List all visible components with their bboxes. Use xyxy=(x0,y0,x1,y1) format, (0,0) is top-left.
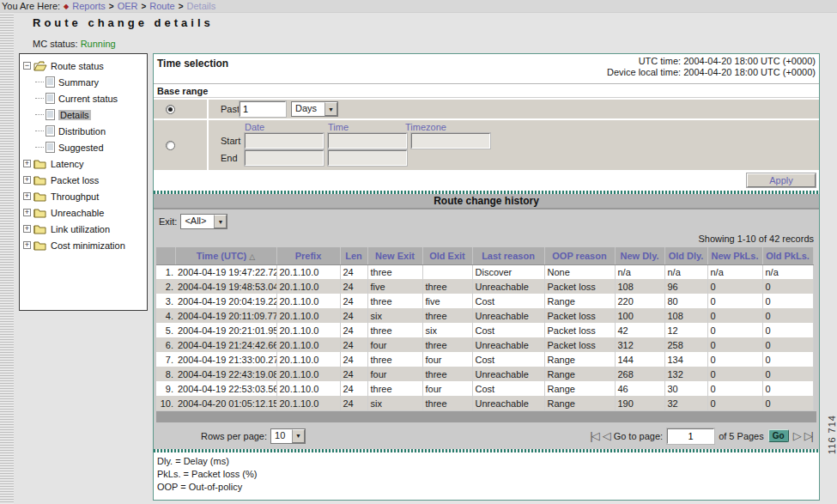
cell-new-dly: 312 xyxy=(615,337,664,352)
sidebar-tree: −Route statusSummaryCurrent statusDetail… xyxy=(19,53,148,311)
first-page-icon[interactable]: |◁ xyxy=(590,429,597,442)
column-header-time-utc[interactable]: Time (UTC)△ xyxy=(175,247,276,264)
expand-toggle-icon[interactable]: + xyxy=(23,176,31,184)
cell-old-exit: three xyxy=(422,308,472,323)
column-header-old-dly[interactable]: Old Dly. xyxy=(664,247,707,264)
chevron-down-icon[interactable]: ▼ xyxy=(292,429,305,443)
end-time-input[interactable] xyxy=(328,150,407,166)
table-row: 3.2004-04-19 20:04:19.22320.1.10.024thre… xyxy=(156,294,813,308)
cell-last-reason: Unreachable xyxy=(472,396,544,410)
absolute-range-radio[interactable] xyxy=(166,141,175,150)
exit-dropdown[interactable]: <All> ▼ xyxy=(180,214,227,229)
breadcrumb-link-route[interactable]: Route xyxy=(149,1,174,11)
go-button[interactable]: Go xyxy=(768,429,789,442)
folder-icon xyxy=(33,191,47,202)
sidebar-item-throughput[interactable]: +Throughput xyxy=(21,188,145,204)
column-header-new-exit[interactable]: New Exit xyxy=(367,247,422,264)
cell-old-pkls: 0 xyxy=(762,279,813,294)
expand-toggle-icon[interactable]: + xyxy=(23,225,31,233)
rows-per-page-dropdown[interactable]: 10 ▼ xyxy=(270,428,306,444)
timezone-column-label: Timezone xyxy=(405,122,446,132)
cell-new-exit: three xyxy=(367,294,422,308)
sidebar-item-current-status[interactable]: Current status xyxy=(21,90,145,106)
table-row: 6.2004-04-19 21:24:42.6620.1.10.024fourt… xyxy=(156,337,813,352)
cell-old-dly: 80 xyxy=(664,294,707,308)
column-header-len[interactable]: Len xyxy=(340,247,367,264)
sidebar-item-latency[interactable]: +Latency xyxy=(21,155,145,172)
table-row: 2.2004-04-19 19:48:53.0420.1.10.024fivet… xyxy=(156,279,813,294)
breadcrumb-prefix: You Are Here: xyxy=(2,1,60,11)
sidebar-item-link-utilization[interactable]: +Link utilization xyxy=(21,221,145,237)
cell-new-exit: six xyxy=(367,308,422,323)
cell-oop-reason: None xyxy=(544,264,615,279)
expand-toggle-icon[interactable]: + xyxy=(23,160,31,167)
cell-len: 24 xyxy=(340,352,367,367)
cell-len: 24 xyxy=(340,367,367,381)
column-header-old-exit[interactable]: Old Exit xyxy=(422,247,472,264)
column-header-oop-reason[interactable]: OOP reason xyxy=(544,247,615,264)
sidebar-item-cost-minimization[interactable]: +Cost minimization xyxy=(21,237,145,253)
past-value-input[interactable] xyxy=(240,101,286,117)
cell-prefix: 20.1.10.0 xyxy=(276,352,340,367)
date-column-label: Date xyxy=(245,122,328,132)
expand-toggle-icon[interactable]: + xyxy=(23,241,31,249)
absolute-radio-cell xyxy=(154,120,207,170)
breadcrumb-link-details[interactable]: Details xyxy=(187,1,216,11)
breadcrumb-link-oer[interactable]: OER xyxy=(118,1,138,11)
sidebar-item-distribution[interactable]: Distribution xyxy=(21,123,145,139)
cell-old-exit: three xyxy=(422,337,472,352)
collapse-toggle-icon[interactable]: − xyxy=(23,62,31,70)
sort-ascending-icon[interactable]: △ xyxy=(249,252,255,261)
sidebar-item-route-status[interactable]: −Route status xyxy=(21,58,145,74)
start-time-input[interactable] xyxy=(328,133,407,149)
cell-last-reason: Unreachable xyxy=(472,279,544,294)
column-header-prefix[interactable]: Prefix xyxy=(276,247,340,264)
document-icon xyxy=(45,109,55,120)
sidebar-item-unreachable[interactable]: +Unreachable xyxy=(21,204,145,221)
rows-per-page-label: Rows per page: xyxy=(201,431,267,441)
cell-new-exit: three xyxy=(367,323,422,337)
goto-page-input[interactable] xyxy=(667,428,714,444)
sidebar-item-suggested[interactable]: Suggested xyxy=(21,139,145,155)
column-header-new-dly[interactable]: New Dly. xyxy=(615,247,664,264)
column-header-old-pkls[interactable]: Old PkLs. xyxy=(762,247,813,264)
start-date-input[interactable] xyxy=(245,133,324,149)
end-date-input[interactable] xyxy=(245,150,324,166)
sidebar-item-label: Summary xyxy=(58,77,99,88)
cell-old-dly: 96 xyxy=(664,279,707,294)
sidebar-item-summary[interactable]: Summary xyxy=(21,74,145,90)
start-timezone-input[interactable] xyxy=(411,133,490,149)
breadcrumb-items: Reports>OER>Route>Details xyxy=(72,1,215,11)
figure-number: 116 714 xyxy=(827,409,837,460)
cell-prefix: 20.1.10.0 xyxy=(276,294,340,308)
last-page-icon[interactable]: ▷| xyxy=(804,429,812,442)
tree-connector xyxy=(35,114,44,115)
sidebar-item-label: Suggested xyxy=(58,143,104,153)
tree-connector xyxy=(35,82,44,82)
cell-oop-reason: Range xyxy=(544,396,615,410)
apply-button[interactable]: Apply xyxy=(747,173,816,187)
cell-new-dly: 46 xyxy=(615,381,664,396)
cell-last-reason: Unreachable xyxy=(472,308,544,323)
chevron-down-icon[interactable]: ▼ xyxy=(214,215,227,228)
cell-old-pkls: n/a xyxy=(762,264,813,279)
expand-toggle-icon[interactable]: + xyxy=(23,209,31,216)
past-unit-dropdown[interactable]: Days ▼ xyxy=(291,101,338,117)
chevron-down-icon[interactable]: ▼ xyxy=(324,102,337,116)
sidebar-item-details[interactable]: Details xyxy=(21,106,145,123)
past-range-radio[interactable] xyxy=(166,105,175,114)
breadcrumb-link-reports[interactable]: Reports xyxy=(72,1,106,11)
utc-time: UTC time: 2004-04-20 18:00 UTC (+0000) xyxy=(607,56,816,67)
prev-page-icon[interactable]: ◁ xyxy=(603,429,610,442)
next-page-icon[interactable]: ▷ xyxy=(793,429,800,442)
column-header-last-reason[interactable]: Last reason xyxy=(472,247,544,264)
expand-toggle-icon[interactable]: + xyxy=(23,192,31,200)
clock-readout: UTC time: 2004-04-20 18:00 UTC (+0000) D… xyxy=(607,56,816,78)
column-header-new-pkls[interactable]: New PkLs. xyxy=(707,247,762,264)
sidebar-item-packet-loss[interactable]: +Packet loss xyxy=(21,172,145,188)
row-number: 6. xyxy=(156,337,175,352)
cell-new-pkls: n/a xyxy=(707,264,762,279)
cell-old-pkls: 0 xyxy=(762,352,813,367)
cell-prefix: 20.1.10.0 xyxy=(276,264,340,279)
exit-label: Exit: xyxy=(159,216,177,227)
